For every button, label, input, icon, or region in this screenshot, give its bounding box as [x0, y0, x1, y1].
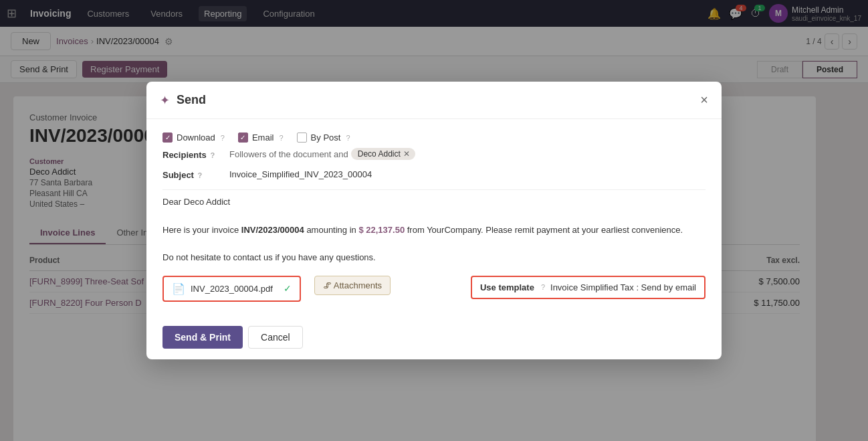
- remove-recipient-icon[interactable]: ✕: [403, 149, 410, 159]
- email-body-line1: Here is your invoice INV/2023/00004 amou…: [162, 224, 706, 238]
- bypost-label: By Post: [311, 133, 341, 143]
- divider: [162, 189, 706, 190]
- bypost-option: By Post ?: [297, 133, 350, 143]
- recipients-area: Followers of the document and Deco Addic…: [229, 148, 706, 160]
- modal-footer: Send & Print Cancel: [146, 315, 722, 359]
- use-template-box: Use template ? Invoice Simplified Tax : …: [471, 276, 706, 299]
- close-button[interactable]: ×: [700, 92, 708, 108]
- email-help[interactable]: ?: [279, 134, 283, 142]
- use-template-help[interactable]: ?: [541, 283, 545, 291]
- subject-label: Subject ?: [162, 168, 229, 180]
- pdf-filename: INV_2023_00004.pdf: [191, 284, 273, 294]
- recipient-name: Deco Addict: [358, 149, 401, 159]
- attachments-button[interactable]: 🖇 Attachments: [314, 276, 391, 295]
- recipients-value: Followers of the document and Deco Addic…: [229, 148, 706, 160]
- download-label: Download: [177, 133, 215, 143]
- subject-value: [229, 168, 706, 181]
- use-template-value: Invoice Simplified Tax : Send by email: [550, 282, 696, 292]
- subject-row: Subject ?: [162, 168, 706, 181]
- email-greeting: Dear Deco Addict: [162, 195, 706, 209]
- send-print-modal-button[interactable]: Send & Print: [162, 326, 243, 349]
- recipient-tag[interactable]: Deco Addict ✕: [351, 148, 415, 160]
- bypost-checkbox[interactable]: [297, 133, 307, 143]
- email-checkbox[interactable]: [238, 133, 248, 143]
- download-help[interactable]: ?: [221, 134, 225, 142]
- pdf-attachment: 📄 INV_2023_00004.pdf ✓: [162, 276, 301, 302]
- modal-title: Send: [177, 93, 206, 107]
- invoice-amount: $ 22,137.50: [358, 225, 405, 235]
- modal-body: Download ? Email ? By Post ? Recipients: [146, 119, 722, 315]
- attachment-section: 📄 INV_2023_00004.pdf ✓ 🖇 Attachments Use…: [162, 276, 706, 302]
- recipients-label: Recipients ?: [162, 148, 229, 160]
- pdf-icon: 📄: [172, 282, 185, 295]
- subject-input[interactable]: [229, 168, 706, 181]
- send-modal: ✦ Send × Download ? Email ? B: [146, 82, 722, 359]
- cancel-button[interactable]: Cancel: [248, 326, 303, 349]
- use-template-label: Use template: [480, 282, 534, 292]
- modal-overlay[interactable]: ✦ Send × Download ? Email ? B: [0, 0, 868, 441]
- recipients-prefix: Followers of the document and: [229, 149, 348, 159]
- recipients-row: Recipients ? Followers of the document a…: [162, 148, 706, 160]
- check-icon: ✓: [284, 283, 292, 294]
- modal-header: ✦ Send ×: [146, 82, 722, 119]
- options-row: Download ? Email ? By Post ?: [162, 133, 706, 143]
- email-option: Email ?: [238, 133, 284, 143]
- email-body: Dear Deco Addict Here is your invoice IN…: [162, 195, 706, 265]
- send-icon: ✦: [160, 93, 170, 108]
- bypost-help[interactable]: ?: [346, 134, 350, 142]
- email-body-line2: Do not hesitate to contact us if you hav…: [162, 251, 706, 265]
- email-label: Email: [252, 133, 274, 143]
- download-option: Download ?: [162, 133, 225, 143]
- invoice-ref: INV/2023/00004: [241, 225, 304, 235]
- download-checkbox[interactable]: [162, 133, 173, 143]
